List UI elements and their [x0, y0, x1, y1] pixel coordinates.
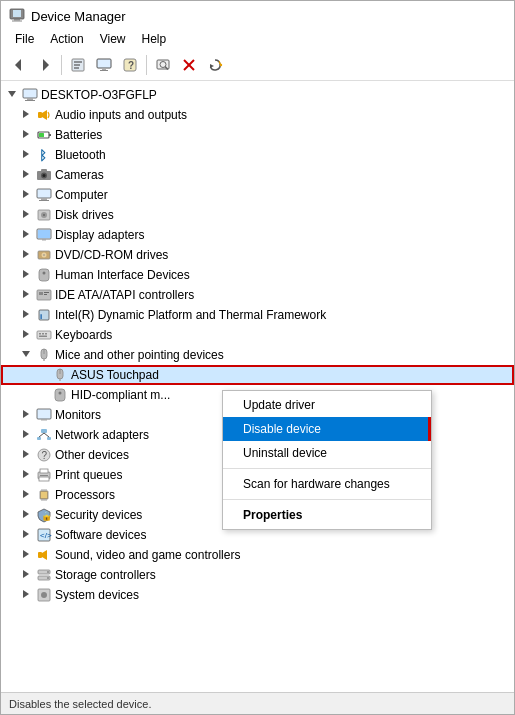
svg-text:🔒: 🔒	[41, 510, 52, 522]
svg-marker-4	[15, 59, 21, 71]
expand-icon-dvd[interactable]	[19, 247, 33, 264]
item-label-display: Display adapters	[55, 228, 144, 242]
scan-button[interactable]	[151, 53, 175, 77]
svg-marker-43	[23, 210, 29, 218]
expand-icon-storage[interactable]	[19, 567, 33, 584]
expand-icon-intel[interactable]	[19, 307, 33, 324]
svg-marker-109	[23, 530, 29, 538]
svg-rect-61	[44, 292, 49, 293]
svg-rect-86	[37, 437, 41, 440]
expand-icon-cameras[interactable]	[19, 167, 33, 184]
tree-item-sound[interactable]: Sound, video and game controllers	[1, 545, 514, 565]
svg-marker-98	[23, 490, 29, 498]
item-label-hid-compliant: HID-compliant m...	[71, 388, 170, 402]
ctx-item-update[interactable]: Update driver	[223, 393, 431, 417]
ctx-sep-sep2	[223, 499, 431, 500]
tree-item-batteries[interactable]: Batteries	[1, 125, 514, 145]
ctx-item-scan[interactable]: Scan for hardware changes	[223, 472, 431, 496]
forward-button[interactable]	[33, 53, 57, 77]
tree-item-mice[interactable]: Mice and other pointing devices	[1, 345, 514, 365]
tree-item-computer[interactable]: Computer	[1, 185, 514, 205]
computer-button[interactable]	[92, 53, 116, 77]
expand-icon-mice[interactable]	[19, 347, 33, 364]
menu-view[interactable]: View	[94, 30, 132, 48]
item-icon-mice	[36, 347, 52, 363]
svg-rect-71	[39, 336, 47, 338]
svg-text:?: ?	[42, 450, 48, 461]
svg-rect-40	[37, 189, 51, 198]
svg-rect-50	[42, 239, 46, 241]
expand-icon-root[interactable]	[5, 87, 19, 104]
tree-panel[interactable]: DESKTOP-O3FGFLP Audio inputs and outputs…	[1, 81, 514, 692]
tree-item-root[interactable]: DESKTOP-O3FGFLP	[1, 85, 514, 105]
expand-icon-print-queues[interactable]	[19, 467, 33, 484]
expand-icon-hid[interactable]	[19, 267, 33, 284]
svg-point-117	[47, 571, 49, 573]
expand-icon-other[interactable]	[19, 447, 33, 464]
item-label-root: DESKTOP-O3FGFLP	[41, 88, 157, 102]
svg-marker-119	[23, 590, 29, 598]
item-icon-bluetooth: ᛒ	[36, 147, 52, 163]
svg-marker-63	[23, 310, 29, 318]
expand-icon-batteries[interactable]	[19, 127, 33, 144]
help-button[interactable]: ?	[118, 53, 142, 77]
expand-icon-audio[interactable]	[19, 107, 33, 124]
tree-item-display[interactable]: Display adapters	[1, 225, 514, 245]
ctx-item-disable[interactable]: Disable device	[223, 417, 431, 441]
svg-rect-100	[41, 492, 47, 498]
ctx-item-uninstall[interactable]: Uninstall device	[223, 441, 431, 465]
item-icon-audio	[36, 107, 52, 123]
tree-item-dvd[interactable]: DVD/CD-ROM drives	[1, 245, 514, 265]
menu-help[interactable]: Help	[136, 30, 173, 48]
expand-icon-ide[interactable]	[19, 287, 33, 304]
svg-text:ᛒ: ᛒ	[39, 148, 47, 163]
svg-rect-70	[45, 333, 47, 335]
svg-point-80	[59, 392, 62, 395]
tree-item-cameras[interactable]: Cameras	[1, 165, 514, 185]
expand-icon-software[interactable]	[19, 527, 33, 544]
svg-marker-28	[23, 130, 29, 138]
tree-item-ide[interactable]: IDE ATA/ATAPI controllers	[1, 285, 514, 305]
item-icon-batteries	[36, 127, 52, 143]
menu-action[interactable]: Action	[44, 30, 89, 48]
expand-icon-keyboards[interactable]	[19, 327, 33, 344]
refresh-button[interactable]	[203, 53, 227, 77]
expand-icon-bluetooth[interactable]	[19, 147, 33, 164]
expand-icon-computer[interactable]	[19, 187, 33, 204]
item-label-software: Software devices	[55, 528, 146, 542]
remove-button[interactable]	[177, 53, 201, 77]
svg-rect-68	[39, 333, 41, 335]
expand-icon-display[interactable]	[19, 227, 33, 244]
ctx-item-properties[interactable]: Properties	[223, 503, 431, 527]
tree-item-keyboards[interactable]: Keyboards	[1, 325, 514, 345]
expand-icon-sound[interactable]	[19, 547, 33, 564]
tree-item-audio[interactable]: Audio inputs and outputs	[1, 105, 514, 125]
svg-marker-22	[8, 91, 16, 97]
expand-icon-monitors[interactable]	[19, 407, 33, 424]
tree-item-disk[interactable]: Disk drives	[1, 205, 514, 225]
item-icon-print-queues	[36, 467, 52, 483]
properties-button[interactable]	[66, 53, 90, 77]
tree-item-touchpad[interactable]: ASUS Touchpad	[1, 365, 514, 385]
svg-marker-47	[23, 230, 29, 238]
expand-icon-disk[interactable]	[19, 207, 33, 224]
svg-marker-26	[23, 110, 29, 118]
svg-marker-5	[43, 59, 49, 71]
expand-icon-security[interactable]	[19, 507, 33, 524]
tree-item-storage[interactable]: Storage controllers	[1, 565, 514, 585]
item-icon-root	[22, 87, 38, 103]
expand-icon-processors[interactable]	[19, 487, 33, 504]
item-label-touchpad: ASUS Touchpad	[71, 368, 159, 382]
expand-icon-network[interactable]	[19, 427, 33, 444]
item-icon-security: 🔒	[36, 507, 52, 523]
tree-item-intel[interactable]: i Intel(R) Dynamic Platform and Thermal …	[1, 305, 514, 325]
toolbar-sep-1	[61, 55, 62, 75]
item-label-other: Other devices	[55, 448, 129, 462]
tree-item-bluetooth[interactable]: ᛒ Bluetooth	[1, 145, 514, 165]
tree-item-hid[interactable]: Human Interface Devices	[1, 265, 514, 285]
tree-item-system[interactable]: System devices	[1, 585, 514, 605]
back-button[interactable]	[7, 53, 31, 77]
menu-file[interactable]: File	[9, 30, 40, 48]
expand-icon-system[interactable]	[19, 587, 33, 604]
item-icon-ide	[36, 287, 52, 303]
